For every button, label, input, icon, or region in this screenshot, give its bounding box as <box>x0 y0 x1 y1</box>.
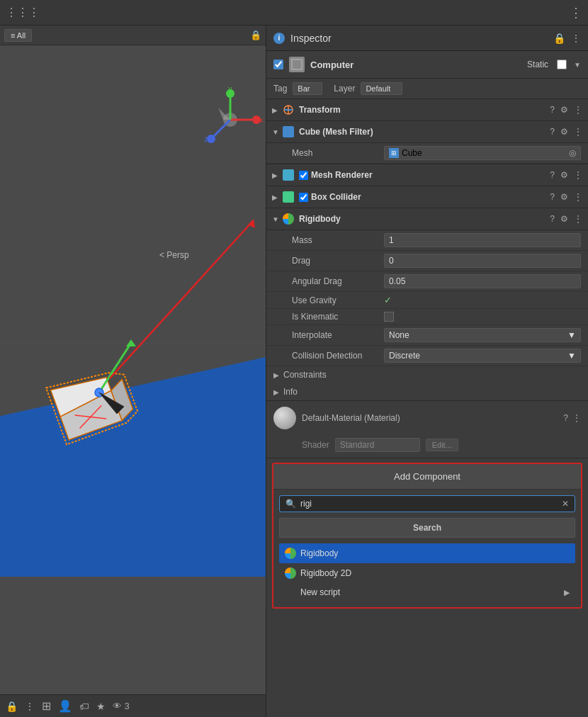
rigidbody-icon <box>282 213 295 225</box>
constraints-section-header[interactable]: ▶ Constraints <box>266 366 588 383</box>
rigidbody-help-icon[interactable]: ? <box>550 214 555 224</box>
rigidbody-settings-icon[interactable]: ⚙ <box>560 214 568 224</box>
drag-row: Drag 0 <box>266 251 588 271</box>
scene-eye-count[interactable]: 👁 3 <box>113 701 130 711</box>
mesh-renderer-settings-icon[interactable]: ⚙ <box>560 170 568 180</box>
collision-detection-row: Collision Detection Discrete ▼ <box>266 346 588 366</box>
box-collider-component-header[interactable]: ▶ Box Collider ? ⚙ ⋮ <box>266 186 588 208</box>
svg-rect-36 <box>294 62 300 67</box>
rigidbody-more-icon[interactable]: ⋮ <box>574 214 582 224</box>
inspector-header: i Inspector 🔒 ⋮ <box>266 26 588 51</box>
scene-panel: ≡ All 🔒 <box>0 26 266 717</box>
mesh-renderer-help-icon[interactable]: ? <box>550 170 555 180</box>
rigidbody-component-header[interactable]: ▼ Rigidbody ? ⚙ ⋮ <box>266 208 588 230</box>
object-name: Computer <box>310 60 354 70</box>
is-kinematic-checkbox[interactable] <box>384 312 394 322</box>
info-label: Info <box>283 387 298 397</box>
scene-lock-bottom-icon[interactable]: 🔒 <box>6 701 18 712</box>
mesh-filter-settings-icon[interactable]: ⚙ <box>560 127 568 137</box>
transform-help-icon[interactable]: ? <box>550 105 555 115</box>
mesh-value-field[interactable]: ⊞ Cube ◎ <box>384 146 581 160</box>
rigidbody-result-icon <box>285 548 296 559</box>
box-collider-help-icon[interactable]: ? <box>550 192 555 202</box>
transform-actions: ? ⚙ ⋮ <box>550 105 582 115</box>
transform-component-header[interactable]: ▶ Transform ? ⚙ ⋮ <box>266 99 588 121</box>
main-layout: ≡ All 🔒 <box>0 26 588 717</box>
scene-bottom-toolbar: 🔒 ⋮ ⊞ 👤 🏷 ★ 👁 3 <box>0 694 266 717</box>
mesh-select-icon[interactable]: ◎ <box>569 148 576 158</box>
box-collider-more-icon[interactable]: ⋮ <box>574 192 582 202</box>
transform-more-icon[interactable]: ⋮ <box>574 105 582 115</box>
search-clear-icon[interactable]: ✕ <box>562 499 569 509</box>
drag-value[interactable]: 0 <box>384 254 581 268</box>
scene-all-button[interactable]: ≡ All <box>4 29 32 42</box>
object-active-checkbox[interactable] <box>273 60 283 69</box>
interpolate-row: Interpolate None ▼ <box>266 325 588 346</box>
mesh-renderer-more-icon[interactable]: ⋮ <box>574 170 582 180</box>
shader-select[interactable]: Standard <box>335 438 420 452</box>
layer-dropdown[interactable]: Default <box>361 82 402 95</box>
mesh-renderer-actions: ? ⚙ ⋮ <box>550 170 582 180</box>
mesh-filter-help-icon[interactable]: ? <box>550 127 555 137</box>
interpolate-select[interactable]: None ▼ <box>384 328 581 342</box>
search-result-rigidbody2d[interactable]: Rigidbody 2D <box>279 563 575 583</box>
inspector-icon: i <box>273 33 285 44</box>
angular-drag-value[interactable]: 0.05 <box>384 274 581 288</box>
scene-tag-icon[interactable]: 🏷 <box>79 701 89 712</box>
add-component-button[interactable]: Add Component <box>273 464 581 490</box>
scene-more-icon[interactable]: ⋮ <box>25 701 35 712</box>
scene-view[interactable]: x y z < Persp <box>0 45 266 694</box>
search-result-new-script[interactable]: New script ▶ <box>279 583 575 602</box>
use-gravity-checkmark[interactable]: ✓ <box>384 295 392 305</box>
mesh-filter-component-header[interactable]: ▼ Cube (Mesh Filter) ? ⚙ ⋮ <box>266 121 588 143</box>
material-more-icon[interactable]: ⋮ <box>572 413 581 423</box>
tag-dropdown[interactable]: Bar <box>293 82 322 95</box>
mesh-filter-body: Mesh ⊞ Cube ◎ <box>266 143 588 164</box>
info-arrow-icon: ▶ <box>273 388 279 396</box>
info-section-header[interactable]: ▶ Info <box>266 383 588 400</box>
collision-detection-select[interactable]: Discrete ▼ <box>384 349 581 363</box>
inspector-lock-icon[interactable]: 🔒 <box>553 33 565 44</box>
new-script-arrow-icon: ▶ <box>564 588 570 597</box>
rigidbody-result-label: Rigidbody <box>300 548 338 558</box>
search-button[interactable]: Search <box>279 518 575 538</box>
add-component-section: Add Component 🔍 rigi ✕ Search Rigidbody <box>272 463 582 609</box>
tag-layer-row: Tag Bar Layer Default <box>266 79 588 99</box>
material-sphere-icon <box>273 407 296 429</box>
is-kinematic-row: Is Kinematic <box>266 309 588 325</box>
transform-settings-icon[interactable]: ⚙ <box>560 105 568 115</box>
top-bar-menu-icon[interactable]: ⋮⋮⋮ <box>6 6 40 19</box>
static-checkbox[interactable] <box>557 60 567 69</box>
mesh-renderer-component-header[interactable]: ▶ Mesh Renderer ? ⚙ ⋮ <box>266 164 588 186</box>
object-icon <box>289 57 305 72</box>
mesh-filter-more-icon[interactable]: ⋮ <box>574 127 582 137</box>
edit-shader-button[interactable]: Edit... <box>426 439 458 451</box>
material-header: Default-Material (Material) ? ⋮ <box>266 401 588 435</box>
scene-star-icon[interactable]: ★ <box>96 701 106 712</box>
use-gravity-row: Use Gravity ✓ <box>266 292 588 309</box>
tag-label: Tag <box>273 84 287 94</box>
mass-value[interactable]: 1 <box>384 233 581 247</box>
scene-grid-icon[interactable]: ⊞ <box>42 699 51 713</box>
search-result-rigidbody[interactable]: Rigidbody <box>279 543 575 563</box>
static-dropdown-arrow[interactable]: ▼ <box>574 61 581 69</box>
material-help-icon[interactable]: ? <box>563 413 568 423</box>
inspector-title: Inspector <box>290 33 332 44</box>
mesh-value: Cube <box>402 148 422 158</box>
box-collider-name: Box Collider <box>311 192 550 202</box>
rigidbody2d-result-icon <box>285 568 296 579</box>
material-actions: ? ⋮ <box>563 413 581 423</box>
drag-label: Drag <box>292 256 384 266</box>
inspector-more-icon[interactable]: ⋮ <box>571 33 581 44</box>
box-collider-checkbox[interactable] <box>299 193 308 202</box>
mesh-label: Mesh <box>292 148 384 158</box>
scene-person-icon[interactable]: 👤 <box>58 699 72 713</box>
mesh-renderer-checkbox[interactable] <box>299 171 308 180</box>
search-icon: 🔍 <box>285 499 296 509</box>
box-collider-settings-icon[interactable]: ⚙ <box>560 192 568 202</box>
search-input-display[interactable]: rigi <box>300 499 558 509</box>
rigidbody-name: Rigidbody <box>299 214 550 224</box>
collision-detection-dropdown-arrow: ▼ <box>567 351 576 361</box>
angular-drag-label: Angular Drag <box>292 276 384 286</box>
scene-background <box>0 45 266 694</box>
